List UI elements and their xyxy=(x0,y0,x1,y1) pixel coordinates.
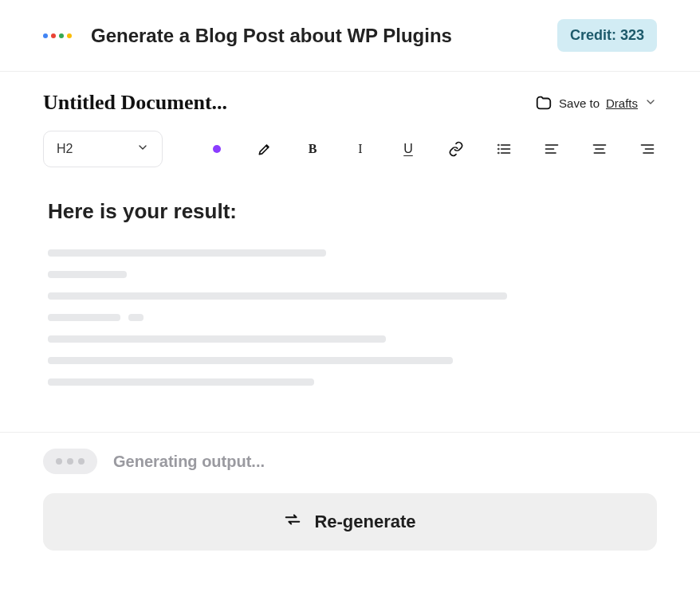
editor-content: Here is your result: xyxy=(0,183,700,432)
italic-button[interactable]: I xyxy=(351,139,370,159)
bold-button[interactable]: B xyxy=(303,139,322,159)
generating-text: Generating output... xyxy=(113,453,265,471)
align-right-icon xyxy=(639,141,655,157)
svg-point-5 xyxy=(498,153,499,154)
align-center-icon xyxy=(592,141,608,157)
chevron-down-icon xyxy=(136,141,149,157)
underline-icon: U xyxy=(403,142,413,156)
loading-skeleton xyxy=(48,249,652,386)
text-color-button[interactable] xyxy=(207,139,226,159)
align-left-button[interactable] xyxy=(542,139,561,159)
highlighter-icon xyxy=(257,141,273,157)
save-prefix: Save to xyxy=(559,96,600,110)
svg-point-4 xyxy=(498,149,499,150)
list-icon xyxy=(496,141,512,157)
folder-icon xyxy=(535,94,553,112)
svg-point-3 xyxy=(498,145,499,146)
loading-dots-icon xyxy=(43,449,97,474)
chevron-down-icon xyxy=(644,96,657,111)
color-dot-icon xyxy=(213,145,221,153)
align-left-icon xyxy=(544,141,560,157)
app-logo xyxy=(43,33,72,38)
footer: Generating output... Re-generate xyxy=(0,432,700,582)
header-left: Generate a Blog Post about WP Plugins xyxy=(43,25,452,47)
generating-status: Generating output... xyxy=(43,449,657,474)
align-right-button[interactable] xyxy=(638,139,657,159)
link-icon xyxy=(448,141,464,157)
bold-icon: B xyxy=(309,142,317,156)
page-title: Generate a Blog Post about WP Plugins xyxy=(91,25,452,47)
result-heading: Here is your result: xyxy=(48,199,652,224)
underline-button[interactable]: U xyxy=(399,139,418,159)
highlight-button[interactable] xyxy=(255,139,274,159)
credit-badge: Credit: 323 xyxy=(557,19,657,52)
document-title[interactable]: Untitled Document... xyxy=(43,91,227,115)
sub-header: Untitled Document... Save to Drafts xyxy=(0,72,700,121)
save-target: Drafts xyxy=(606,96,638,110)
regenerate-button[interactable]: Re-generate xyxy=(43,493,657,551)
list-button[interactable] xyxy=(494,139,513,159)
toolbar-items: B I U xyxy=(207,139,657,159)
header-bar: Generate a Blog Post about WP Plugins Cr… xyxy=(0,0,700,72)
align-center-button[interactable] xyxy=(590,139,609,159)
save-to-button[interactable]: Save to Drafts xyxy=(535,94,657,112)
heading-select-value: H2 xyxy=(57,142,73,156)
swap-icon xyxy=(284,511,301,533)
editor-toolbar: H2 B I U xyxy=(0,121,700,183)
heading-select[interactable]: H2 xyxy=(43,131,163,167)
link-button[interactable] xyxy=(446,139,466,159)
italic-icon: I xyxy=(358,142,362,156)
regenerate-label: Re-generate xyxy=(314,512,415,532)
